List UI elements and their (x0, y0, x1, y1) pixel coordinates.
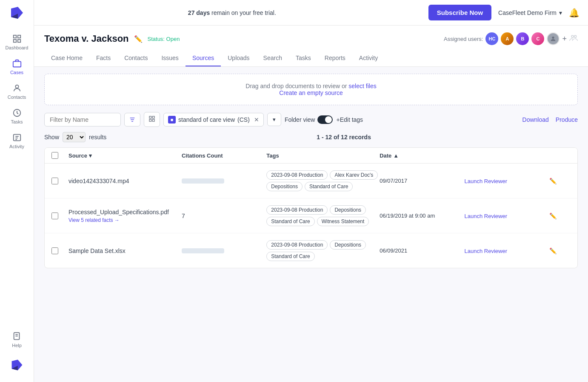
row3-checkbox[interactable] (51, 247, 58, 254)
row2-check[interactable] (51, 213, 69, 219)
download-button[interactable]: Download (522, 116, 549, 123)
sidebar-item-contacts[interactable]: Contacts (0, 79, 34, 104)
sidebar-item-cases[interactable]: Cases (0, 55, 34, 79)
filter-input[interactable] (44, 113, 121, 126)
page-body: Drag and drop documents to review or sel… (34, 67, 588, 382)
select-files-link[interactable]: select files (348, 83, 376, 89)
tag-pill: Standard of Care (266, 252, 314, 261)
row2-citations-count: 7 (182, 213, 185, 219)
row1-source-name: video1424333074.mp4 (69, 178, 182, 184)
row3-action[interactable]: Launch Reviewer (465, 247, 549, 254)
row3-check[interactable] (51, 247, 69, 254)
sidebar-item-activity[interactable]: Activity (0, 129, 34, 153)
row2-source-name: Processed_Upload_Specifications.pdf View… (69, 209, 182, 223)
row2-related-facts-link[interactable]: View 5 related facts → (69, 217, 182, 223)
table-row: Sample Data Set.xlsx 2023-09-08 Producti… (45, 233, 577, 268)
add-user-icon[interactable]: + (562, 34, 567, 43)
tab-activity[interactable]: Activity (352, 50, 385, 66)
row2-checkbox[interactable] (51, 213, 58, 219)
tab-reports[interactable]: Reports (318, 50, 352, 66)
row1-tags: 2023-09-08 Production Alex Karev Doc's D… (266, 170, 380, 191)
case-edit-icon[interactable]: ✏️ (134, 35, 143, 43)
show-select[interactable]: 20 50 100 (63, 132, 86, 142)
tab-case-home[interactable]: Case Home (44, 50, 89, 66)
source-sort-icon: ▾ (89, 152, 92, 159)
edit-tags-button[interactable]: +Edit tags (336, 116, 363, 123)
table-row: video1424333074.mp4 2023-09-08 Productio… (45, 164, 577, 198)
logo[interactable] (9, 4, 26, 21)
sidebar: Dashboard Cases Contacts Tasks Activity … (0, 0, 34, 382)
row3-edit-icon[interactable]: ✏️ (549, 247, 557, 254)
header-date[interactable]: Date ▲ (380, 152, 464, 159)
view-badge-close-icon[interactable]: ✕ (254, 116, 259, 123)
tab-issues[interactable]: Issues (154, 50, 185, 66)
row1-launch-button[interactable]: Launch Reviewer (465, 178, 507, 184)
row2-edit[interactable]: ✏️ (549, 213, 571, 219)
row1-edit[interactable]: ✏️ (549, 178, 571, 184)
subscribe-button[interactable]: Subscribe Now (428, 5, 491, 20)
sidebar-logo-bottom[interactable] (10, 358, 24, 373)
header-tags: Tags (266, 152, 380, 159)
view-badge[interactable]: ■ standard of care view (CS) ✕ (163, 113, 264, 126)
filter-icon-button[interactable] (124, 113, 140, 126)
row2-source-filename: Processed_Upload_Specifications.pdf (69, 209, 169, 215)
sidebar-item-dashboard[interactable]: Dashboard (0, 30, 34, 55)
svg-rect-5 (17, 40, 20, 42)
tab-sources[interactable]: Sources (186, 50, 221, 66)
results-label: results (89, 134, 106, 141)
sidebar-item-dashboard-label: Dashboard (6, 45, 29, 50)
tag-pill: Witness Statement (317, 217, 369, 226)
header-source[interactable]: Source ▾ (69, 152, 182, 159)
nav-tabs: Case Home Facts Contacts Issues Sources … (44, 50, 578, 66)
firm-name-label: CaseFleet Demo Firm (498, 9, 557, 16)
row3-launch-button[interactable]: Launch Reviewer (465, 248, 507, 254)
row2-launch-button[interactable]: Launch Reviewer (465, 213, 507, 219)
row3-edit[interactable]: ✏️ (549, 247, 571, 254)
row2-action[interactable]: Launch Reviewer (465, 213, 549, 219)
select-all-checkbox[interactable] (51, 152, 58, 159)
sidebar-item-cases-label: Cases (10, 70, 23, 75)
row3-tags: 2023-09-08 Production Depositions Standa… (266, 240, 380, 261)
tag-pill: Depositions (330, 205, 366, 215)
sidebar-item-activity-label: Activity (9, 144, 24, 149)
case-header: Texoma v. Jackson ✏️ Status: Open Assign… (34, 26, 588, 67)
tab-contacts[interactable]: Contacts (117, 50, 154, 66)
avatar-hc: HC (485, 32, 498, 45)
row1-checkbox[interactable] (51, 178, 58, 184)
sidebar-item-tasks[interactable]: Tasks (0, 104, 34, 129)
row1-source-filename: video1424333074.mp4 (69, 178, 129, 184)
row3-citations (182, 248, 266, 253)
status-label: Status: (148, 36, 165, 42)
firm-name-dropdown[interactable]: CaseFleet Demo Firm ▾ (498, 9, 562, 16)
manage-users-icon[interactable] (569, 34, 578, 44)
tab-tasks[interactable]: Tasks (289, 50, 318, 66)
row1-edit-icon[interactable]: ✏️ (549, 178, 557, 184)
tab-facts[interactable]: Facts (89, 50, 117, 66)
svg-point-19 (571, 35, 574, 37)
tab-search[interactable]: Search (257, 50, 289, 66)
header-citations: Citations Count (182, 152, 266, 159)
folder-view: Folder view (285, 115, 333, 124)
produce-button[interactable]: Produce (556, 116, 578, 123)
view-badge-code: (CS) (237, 116, 250, 123)
view-dropdown-button[interactable]: ▾ (267, 113, 281, 126)
row1-citations (182, 178, 266, 184)
row1-citations-bar (182, 178, 224, 184)
svg-point-18 (552, 37, 554, 39)
sidebar-item-help[interactable]: Help (10, 327, 24, 352)
header-check[interactable] (51, 152, 69, 159)
view-badge-icon: ■ (168, 116, 176, 124)
case-status: Status: Open (148, 36, 180, 42)
results-row: Show 20 50 100 results 1 - 12 of 12 reco… (44, 132, 578, 142)
create-empty-source-link[interactable]: Create an empty source (279, 89, 343, 96)
row1-action[interactable]: Launch Reviewer (465, 178, 549, 184)
notification-bell-icon[interactable]: 🔔 (569, 8, 579, 18)
drop-zone: Drag and drop documents to review or sel… (44, 74, 578, 105)
avatar-1: A (501, 32, 514, 45)
grid-view-button[interactable] (144, 112, 160, 127)
folder-view-label: Folder view (285, 116, 315, 123)
row1-check[interactable] (51, 178, 69, 184)
row2-edit-icon[interactable]: ✏️ (549, 213, 557, 219)
tab-uploads[interactable]: Uploads (221, 50, 256, 66)
folder-view-toggle[interactable] (317, 115, 333, 124)
